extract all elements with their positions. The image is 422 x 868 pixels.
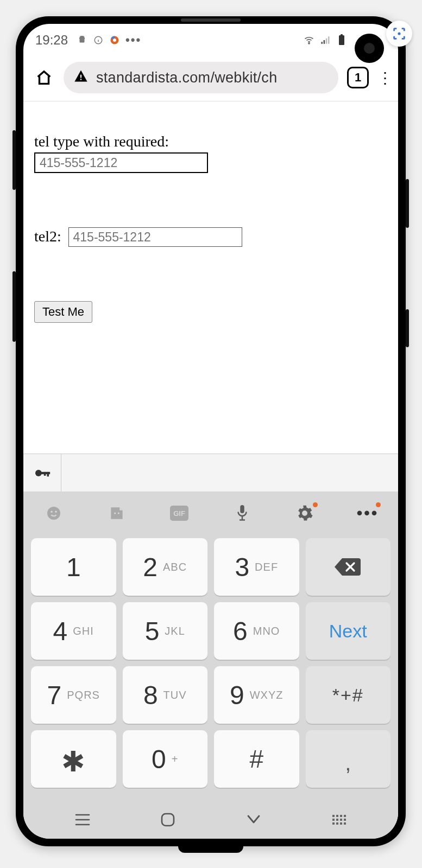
phone-frame: 19:28 ••• (16, 16, 406, 846)
status-bar: 19:28 ••• (23, 24, 398, 56)
tel1-input[interactable] (34, 152, 208, 173)
svg-point-12 (35, 470, 41, 476)
tel1-label: tel type with required: (34, 133, 387, 150)
suggestion-area[interactable] (61, 454, 398, 492)
web-page-content: tel type with required: tel2: Test Me (23, 101, 398, 454)
info-icon (93, 35, 104, 46)
key-comma[interactable]: , (306, 730, 391, 788)
svg-point-7 (308, 43, 310, 44)
emoji-icon[interactable] (42, 501, 66, 525)
key-hash[interactable]: # (214, 730, 299, 788)
android-icon (77, 35, 87, 46)
soft-keyboard: GIF ••• 1 2ABC (23, 492, 398, 801)
recent-apps-button[interactable] (66, 813, 99, 827)
key-symbols[interactable]: *+# (306, 666, 391, 724)
svg-text:GIF: GIF (173, 509, 185, 518)
keyboard-toggle-icon (332, 815, 346, 825)
svg-rect-11 (80, 79, 81, 80)
key-5[interactable]: 5JKL (123, 602, 208, 660)
sticker-icon[interactable] (105, 501, 129, 525)
svg-rect-15 (43, 471, 46, 475)
keyboard-toggle-button[interactable] (323, 815, 355, 825)
key-star[interactable]: ✱ (31, 730, 116, 788)
android-nav-bar (23, 801, 398, 839)
signal-icon (320, 35, 331, 46)
not-secure-icon (73, 68, 89, 87)
key-9[interactable]: 9WXYZ (214, 666, 299, 724)
key-8[interactable]: 8TUV (123, 666, 208, 724)
browser-toolbar: standardista.com/webkit/ch 1 ⋮ (23, 56, 398, 101)
key-backspace[interactable] (306, 538, 391, 596)
browser-menu-button[interactable]: ⋮ (377, 69, 388, 87)
key-next[interactable]: Next (306, 602, 391, 660)
key-3[interactable]: 3DEF (214, 538, 299, 596)
home-button[interactable] (33, 68, 55, 87)
svg-rect-14 (47, 471, 49, 476)
browser-swirl-icon (109, 35, 120, 46)
svg-point-20 (117, 512, 119, 514)
svg-point-19 (114, 512, 116, 514)
url-text: standardista.com/webkit/ch (96, 69, 277, 86)
svg-rect-8 (339, 35, 344, 45)
svg-point-16 (47, 507, 60, 520)
back-nav-button[interactable] (237, 814, 270, 826)
mic-icon[interactable] (230, 501, 254, 525)
keyboard-settings-icon[interactable] (293, 501, 317, 525)
more-notifications-icon: ••• (125, 33, 141, 47)
battery-icon (336, 35, 347, 46)
svg-rect-29 (162, 814, 174, 826)
tabs-button[interactable]: 1 (347, 67, 369, 88)
svg-point-18 (55, 511, 56, 513)
front-camera (355, 34, 384, 63)
tel2-label: tel2: (34, 228, 61, 245)
key-4[interactable]: 4GHI (31, 602, 116, 660)
svg-rect-1 (80, 39, 85, 43)
password-key-icon[interactable] (23, 454, 61, 492)
tab-count: 1 (355, 71, 361, 85)
wifi-icon (304, 35, 314, 46)
key-1[interactable]: 1 (31, 538, 116, 596)
gif-icon[interactable]: GIF (167, 501, 191, 525)
key-7[interactable]: 7PQRS (31, 666, 116, 724)
key-0[interactable]: 0+ (123, 730, 208, 788)
screenshot-crop-icon[interactable] (386, 21, 412, 47)
keyboard-more-icon[interactable]: ••• (356, 501, 380, 525)
key-6[interactable]: 6MNO (214, 602, 299, 660)
tel2-input[interactable] (68, 227, 242, 247)
svg-point-6 (113, 39, 116, 42)
keyboard-suggestion-bar (23, 454, 398, 492)
svg-rect-10 (80, 74, 81, 78)
test-me-button[interactable]: Test Me (34, 301, 92, 323)
home-nav-button[interactable] (152, 812, 184, 828)
svg-rect-23 (240, 505, 244, 513)
svg-point-17 (51, 511, 52, 513)
svg-rect-9 (341, 34, 343, 36)
backspace-icon (333, 556, 363, 578)
clock-time: 19:28 (35, 33, 68, 48)
key-2[interactable]: 2ABC (123, 538, 208, 596)
url-bar[interactable]: standardista.com/webkit/ch (64, 62, 338, 93)
svg-point-0 (398, 32, 400, 35)
